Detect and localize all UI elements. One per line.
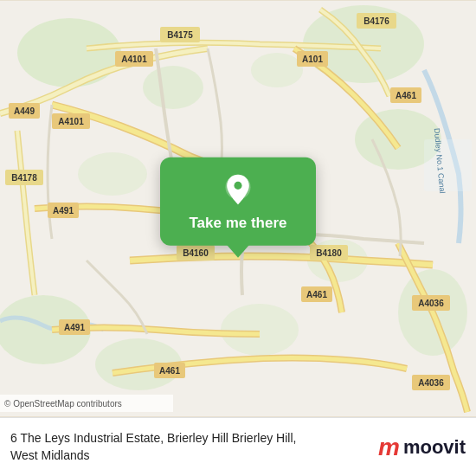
svg-text:A449: A449 (14, 106, 35, 116)
app: B4176 B4175 A4101 A101 A461 A449 A4101 B… (0, 0, 476, 476)
take-me-there-button[interactable]: Take me there (160, 158, 316, 246)
svg-text:B4176: B4176 (363, 16, 389, 26)
svg-point-10 (78, 152, 147, 196)
svg-point-1 (17, 18, 121, 87)
svg-text:B4175: B4175 (167, 30, 193, 40)
moovit-logo: m moovit (378, 435, 466, 460)
svg-text:A461: A461 (159, 366, 180, 376)
address-line1: 6 The Leys Industrial Estate, Brierley H… (10, 431, 296, 445)
popup-label: Take me there (189, 215, 286, 232)
svg-text:A4036: A4036 (418, 378, 444, 388)
moovit-m-icon: m (378, 435, 400, 460)
svg-text:A461: A461 (396, 91, 416, 100)
svg-text:B4178: B4178 (11, 173, 37, 183)
svg-text:© OpenStreetMap contributors: © OpenStreetMap contributors (4, 399, 122, 408)
svg-point-9 (251, 53, 303, 87)
address: 6 The Leys Industrial Estate, Brierley H… (10, 430, 368, 464)
svg-rect-12 (424, 139, 472, 191)
address-line2: West Midlands (10, 448, 90, 462)
svg-text:B4160: B4160 (183, 248, 209, 258)
svg-text:A4101: A4101 (121, 55, 147, 64)
svg-text:A491: A491 (64, 323, 85, 332)
svg-text:A461: A461 (306, 290, 327, 299)
moovit-text: moovit (403, 436, 466, 459)
svg-text:A4101: A4101 (58, 117, 84, 126)
svg-point-50 (234, 182, 241, 190)
svg-text:A101: A101 (302, 55, 323, 64)
svg-point-8 (143, 66, 203, 109)
map-container: B4176 B4175 A4101 A101 A461 A449 A4101 B… (0, 0, 476, 417)
svg-text:A491: A491 (53, 206, 74, 215)
svg-text:A4036: A4036 (418, 299, 444, 308)
info-bar: 6 The Leys Industrial Estate, Brierley H… (0, 417, 476, 476)
location-pin-icon (221, 173, 255, 208)
svg-text:B4180: B4180 (316, 248, 342, 258)
svg-point-7 (221, 304, 299, 356)
